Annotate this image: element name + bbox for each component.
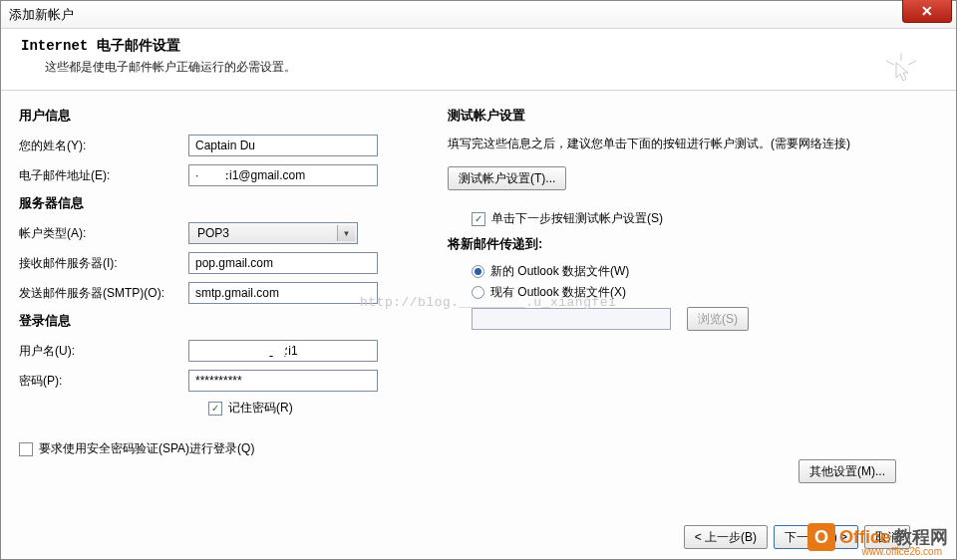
test-settings-heading: 测试帐户设置 (448, 107, 938, 125)
email-label: 电子邮件地址(E): (19, 167, 188, 184)
outgoing-server-label: 发送邮件服务器(SMTP)(O): (19, 285, 188, 302)
server-info-heading: 服务器信息 (19, 194, 418, 212)
svg-line-1 (886, 61, 894, 65)
test-on-next-label: 单击下一步按钮测试帐户设置(S) (491, 210, 663, 227)
new-datafile-label: 新的 Outlook 数据文件(W) (490, 263, 629, 280)
user-info-heading: 用户信息 (19, 107, 418, 125)
test-settings-description: 填写完这些信息之后，建议您单击下面的按钮进行帐户测试。(需要网络连接) (448, 135, 938, 152)
username-label: 用户名(U): (19, 343, 188, 360)
new-datafile-radio[interactable] (472, 265, 484, 278)
password-label: 密码(P): (19, 373, 188, 390)
close-button[interactable]: ✕ (902, 0, 952, 23)
watermark-url: www.office26.com (862, 546, 942, 557)
email-input[interactable] (188, 164, 378, 186)
header-title: Internet 电子邮件设置 (21, 37, 940, 55)
incoming-server-label: 接收邮件服务器(I): (19, 255, 188, 272)
window-title: 添加新帐户 (9, 6, 74, 24)
name-label: 您的姓名(Y): (19, 138, 188, 154)
test-settings-button[interactable]: 测试帐户设置(T)... (448, 166, 566, 190)
spa-checkbox[interactable] (19, 442, 33, 456)
chevron-down-icon: ▼ (337, 225, 355, 241)
login-info-heading: 登录信息 (19, 312, 418, 330)
header-description: 这些都是使电子邮件帐户正确运行的必需设置。 (45, 59, 940, 76)
deliver-to-heading: 将新邮件传递到: (448, 235, 938, 253)
next-button[interactable]: 下一步(N) > (774, 525, 858, 549)
back-button[interactable]: < 上一步(B) (684, 525, 768, 549)
svg-line-2 (908, 61, 916, 65)
username-input[interactable] (188, 340, 378, 362)
incoming-server-input[interactable] (188, 252, 378, 274)
existing-datafile-input[interactable] (472, 308, 671, 330)
existing-datafile-label: 现有 Outlook 数据文件(X) (490, 284, 626, 301)
account-type-label: 帐户类型(A): (19, 225, 188, 242)
outgoing-server-input[interactable] (188, 282, 378, 304)
cursor-decoration-icon (886, 53, 916, 86)
browse-button[interactable]: 浏览(S) (687, 307, 749, 331)
test-on-next-checkbox[interactable] (472, 212, 485, 226)
existing-datafile-radio[interactable] (472, 286, 484, 299)
remember-password-checkbox[interactable] (208, 402, 222, 416)
name-input[interactable] (188, 135, 378, 156)
account-type-value: POP3 (191, 226, 229, 240)
remember-password-label: 记住密码(R) (228, 400, 293, 417)
titlebar: 添加新帐户 ✕ (1, 1, 956, 29)
spa-label: 要求使用安全密码验证(SPA)进行登录(Q) (39, 440, 254, 457)
more-settings-button[interactable]: 其他设置(M)... (798, 459, 896, 483)
account-type-select[interactable]: POP3 ▼ (188, 222, 358, 244)
header-section: Internet 电子邮件设置 这些都是使电子邮件帐户正确运行的必需设置。 (1, 29, 956, 91)
password-input[interactable] (188, 370, 378, 392)
